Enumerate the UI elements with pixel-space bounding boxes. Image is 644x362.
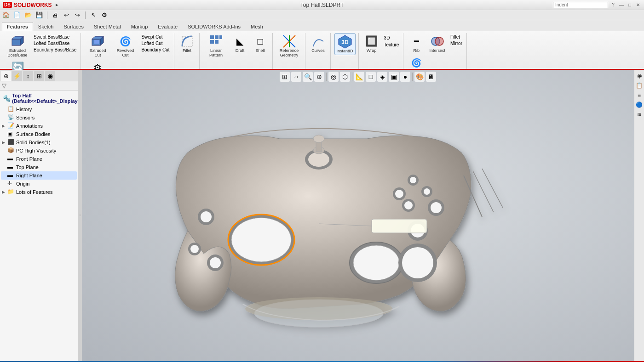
tab-features[interactable]: Features <box>2 22 33 31</box>
svg-line-52 <box>482 169 503 208</box>
rp-notes-icon[interactable]: 📋 <box>635 81 644 90</box>
tab-evaluate[interactable]: Evaluate <box>153 22 183 31</box>
btn-revolved-cut[interactable]: 🌀 Revolved Cut <box>112 33 138 59</box>
rp-color-icon[interactable]: 🔵 <box>635 101 644 109</box>
lots-icon: 📁 <box>7 188 15 196</box>
tree-item-surface-bodies[interactable]: ▣ Surface Bodies <box>1 130 77 138</box>
btn-lofted-boss[interactable]: Lofted Boss/Base <box>32 40 78 46</box>
tree-item-right-plane[interactable]: ▬ Right Plane <box>1 171 77 180</box>
expand-lots: ▶ <box>2 190 7 194</box>
btn-reference-geometry[interactable]: Reference Geometry <box>276 33 302 59</box>
btn-extruded-cut[interactable]: Extruded Cut <box>85 33 110 59</box>
svg-line-51 <box>473 171 494 212</box>
help-icon[interactable]: ? <box>610 2 616 8</box>
app-logo: DS SOLIDWORKS ▸ <box>3 2 58 8</box>
vp-display-icon[interactable]: □ <box>366 72 376 82</box>
select-icon[interactable]: ↖ <box>89 11 98 19</box>
tree-item-sensors[interactable]: 📡 Sensors <box>1 113 77 122</box>
svg-rect-10 <box>219 35 222 39</box>
btn-shell[interactable]: □ Shell <box>251 33 270 54</box>
3d-model <box>105 84 542 341</box>
redo-icon[interactable]: ↪ <box>73 11 81 19</box>
tree-item-annotations[interactable]: ▶ 📝 Annotations <box>1 122 77 130</box>
tab-surfaces[interactable]: Surfaces <box>59 22 89 31</box>
btn-mirror[interactable]: Mirror <box>449 40 464 46</box>
btn-rib[interactable]: ━ Rib <box>407 33 426 54</box>
btn-fillet[interactable]: Fillet <box>178 33 196 54</box>
minimize-button[interactable]: — <box>618 2 625 8</box>
btn-instant3d[interactable]: 3D InstantID <box>334 33 356 55</box>
svg-rect-12 <box>215 40 218 44</box>
tree-item-front-plane[interactable]: ▬ Front Plane <box>1 155 77 163</box>
vp-perspective-icon[interactable]: ● <box>400 72 410 82</box>
tab-markup[interactable]: Markup <box>126 22 153 31</box>
fillet-label: Fillet <box>183 49 191 53</box>
linear-pattern-icon <box>209 34 224 49</box>
btn-3d[interactable]: 3D <box>383 35 401 41</box>
rp-filter-icon[interactable]: ≋ <box>635 110 644 119</box>
vp-scene-icon[interactable]: 🎨 <box>414 72 425 82</box>
open-icon[interactable]: 📂 <box>24 11 32 19</box>
right-plane-label: Right Plane <box>16 173 42 178</box>
vp-screen-icon[interactable]: 🖥 <box>426 72 436 82</box>
btn-lofted-cut[interactable]: Lofted Cut <box>140 40 171 46</box>
save-icon[interactable]: 💾 <box>35 11 43 19</box>
viewport-toolbar: ⊞ ↔ 🔍 ⊕ ◎ ⬡ 📐 □ ◈ ▣ ● 🎨 🖥 <box>82 72 634 82</box>
panel-tab-display[interactable]: ⊞ <box>34 71 44 81</box>
panel-tab-features[interactable]: ⊕ <box>1 71 11 81</box>
btn-intersect[interactable]: Intersect <box>427 33 447 54</box>
vp-rotate-icon[interactable]: ⊕ <box>314 72 324 82</box>
tree-item-history[interactable]: 📋 History <box>1 105 77 113</box>
btn-wrap[interactable]: 🔲 Wrap <box>362 33 381 54</box>
btn-boundary-boss[interactable]: Boundary Boss/Base <box>32 47 78 53</box>
panel-tab-properties[interactable]: ⚡ <box>12 71 22 81</box>
tree-item-solid-bodies[interactable]: ▶ ⬛ Solid Bodies(1) <box>1 138 77 147</box>
print-icon[interactable]: 🖨 <box>51 11 59 19</box>
svg-rect-0 <box>12 39 20 45</box>
tab-mesh[interactable]: Mesh <box>246 22 268 31</box>
close-button[interactable]: ✕ <box>635 2 641 8</box>
search-box[interactable]: Indent <box>553 2 608 8</box>
tree-item-lots-of-features[interactable]: ▶ 📁 Lots of Features <box>1 188 77 196</box>
svg-point-33 <box>431 202 442 213</box>
btn-linear-pattern[interactable]: Linear Pattern <box>203 33 229 59</box>
vp-appearance-icon[interactable]: ◈ <box>377 72 387 82</box>
home-icon[interactable]: 🏠 <box>2 11 10 19</box>
group-cut: Extruded Cut ⚙ Hole Wizard 🌀 Revolved Cu… <box>82 33 174 69</box>
rp-view-icon[interactable]: ◉ <box>635 72 644 80</box>
rib-label: Rib <box>414 49 420 53</box>
btn-curves[interactable]: Curves <box>309 33 328 54</box>
svg-point-49 <box>190 245 199 253</box>
vp-view-icon[interactable]: ⬡ <box>340 72 350 82</box>
rp-tasks-icon[interactable]: ≡ <box>635 91 644 99</box>
options-icon[interactable]: ⚙ <box>100 11 109 19</box>
tree-item-pc-high-viscosity[interactable]: 📦 PC High Viscosity <box>1 147 77 155</box>
btn-fillet2[interactable]: Fillet <box>449 34 464 40</box>
vp-grid-icon[interactable]: ⊞ <box>280 72 290 82</box>
shell-icon: □ <box>253 34 268 49</box>
tab-sheet-metal[interactable]: Sheet Metal <box>89 22 126 31</box>
vp-measure-icon[interactable]: 📐 <box>354 72 364 82</box>
tab-sketch[interactable]: Sketch <box>33 22 59 31</box>
btn-boundary-cut[interactable]: Boundary Cut <box>140 47 171 53</box>
panel-tab-settings[interactable]: ◉ <box>45 71 55 81</box>
3d-viewport[interactable]: ⊞ ↔ 🔍 ⊕ ◎ ⬡ 📐 □ ◈ ▣ ● 🎨 🖥 <box>82 70 634 361</box>
vp-section-icon[interactable]: ◎ <box>328 72 339 82</box>
btn-extruded-boss[interactable]: Extruded Boss/Base <box>5 33 30 59</box>
vp-zoom-icon[interactable]: 🔍 <box>303 72 313 82</box>
btn-swept-boss[interactable]: Swept Boss/Base <box>32 34 78 40</box>
tab-addins[interactable]: SOLIDWORKS Add-Ins <box>183 22 246 31</box>
tree-item-top-plane[interactable]: ▬ Top Plane <box>1 163 77 171</box>
vp-lighting-icon[interactable]: ▣ <box>389 72 399 82</box>
btn-draft[interactable]: ◣ Draft <box>231 33 249 54</box>
btn-texture[interactable]: Texture <box>383 42 401 48</box>
btn-swept-cut[interactable]: Swept Cut <box>140 34 171 40</box>
new-icon[interactable]: 📄 <box>13 11 21 19</box>
panel-tab-config[interactable]: ↕ <box>23 71 33 81</box>
undo-icon[interactable]: ↩ <box>62 11 70 19</box>
panel-resize-handle[interactable]: ⋮ <box>78 70 82 361</box>
maximize-button[interactable]: □ <box>627 2 633 8</box>
tree-item-origin[interactable]: ✛ Origin <box>1 180 77 188</box>
menu-file[interactable]: ▸ <box>56 2 58 8</box>
vp-pan-icon[interactable]: ↔ <box>291 72 301 82</box>
